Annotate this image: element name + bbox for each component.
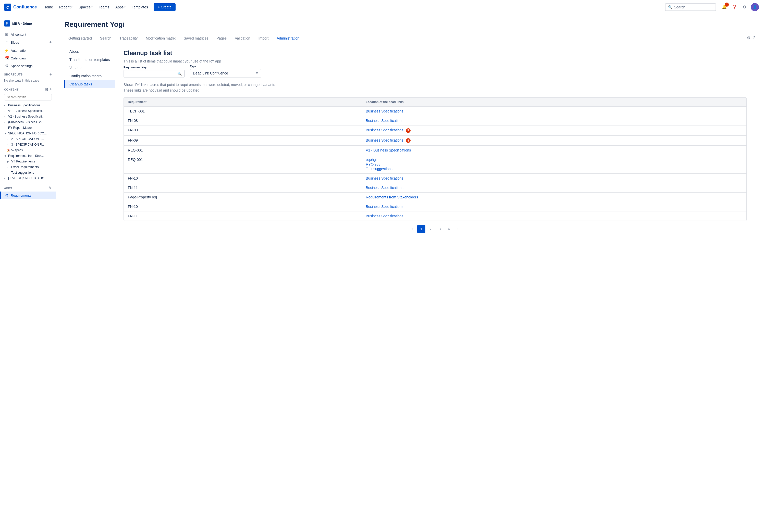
location-link[interactable]: RYC-933 bbox=[366, 162, 742, 166]
nav-icon-group: 🔔 2 ❓ ⚙ 👤 bbox=[720, 3, 759, 11]
tree-spec-for-co[interactable]: ▼ SPECIFICATION FOR CO... bbox=[0, 131, 56, 136]
location-link[interactable]: oqehgir bbox=[366, 158, 742, 162]
tree-spec-3[interactable]: · 3 - SPECIFICATION F... bbox=[0, 142, 56, 147]
tree-test-suggestions[interactable]: · Test suggestions - bbox=[0, 170, 56, 175]
tree-excel-requirements[interactable]: · Excel Requirements bbox=[0, 164, 56, 170]
tree-spec-2[interactable]: · 2 - SPECIFICATION F... bbox=[0, 136, 56, 142]
panel-item-variants[interactable]: Variants bbox=[64, 64, 115, 72]
tree-jr-test-spec[interactable]: · [JR-TEST] SPECIFICATIO... bbox=[0, 175, 56, 181]
logo[interactable]: C Confluence bbox=[4, 4, 37, 11]
sidebar-search-input[interactable] bbox=[4, 94, 52, 101]
shortcuts-add-icon[interactable]: + bbox=[50, 72, 52, 77]
tree-toggle-icon: 🎉 bbox=[7, 149, 10, 152]
tab-getting-started[interactable]: Getting started bbox=[64, 34, 96, 44]
tree-business-specs[interactable]: · Business Specifications bbox=[0, 103, 56, 108]
tree-item-label: Requirements from Stak... bbox=[8, 154, 44, 158]
location-link[interactable]: Business Specifications bbox=[366, 214, 403, 218]
tab-import[interactable]: Import bbox=[255, 34, 273, 44]
location-link[interactable]: Business Specifications bbox=[366, 128, 403, 132]
location-link[interactable]: V1 - Business Specifications bbox=[366, 148, 411, 152]
tree-v1-specs[interactable]: · V1 - Business Specificati... bbox=[0, 108, 56, 114]
location-link[interactable]: Requirements from Stakeholders bbox=[366, 195, 418, 199]
panel-item-about[interactable]: About bbox=[64, 47, 115, 55]
panel-item-configuration-macro[interactable]: Configuration macro bbox=[64, 72, 115, 80]
help-button[interactable]: ❓ bbox=[730, 3, 738, 11]
pagination-page-3[interactable]: 3 bbox=[436, 225, 444, 233]
sidebar-item-blogs[interactable]: ❝ Blogs + bbox=[0, 38, 56, 47]
tree-toggle-icon: ▶ bbox=[7, 160, 10, 163]
tab-traceability[interactable]: Traceability bbox=[115, 34, 142, 44]
nav-teams[interactable]: Teams bbox=[96, 4, 112, 11]
search-bar[interactable]: 🔍 Search bbox=[665, 3, 716, 11]
pagination-page-2[interactable]: 2 bbox=[426, 225, 435, 233]
tree-published-specs[interactable]: · (Published) Business Sp... bbox=[0, 119, 56, 125]
cell-location: oqehgir RYC-933 Test suggestions - bbox=[362, 155, 746, 174]
create-button[interactable]: + Create bbox=[154, 3, 175, 11]
filter-req-key-group: Requirement Key 🔍 bbox=[124, 66, 185, 77]
sidebar-item-all-content[interactable]: ⊞ All content bbox=[0, 31, 56, 38]
tabs-container: Getting started Search Traceability Modi… bbox=[64, 34, 755, 44]
tab-search[interactable]: Search bbox=[96, 34, 115, 44]
sidebar-item-automation[interactable]: ⚡ Automation bbox=[0, 47, 56, 54]
table-row: REQ-001 oqehgir RYC-933 Test suggestions… bbox=[124, 155, 746, 174]
shortcuts-title: SHORTCUTS bbox=[4, 73, 23, 76]
nav-apps[interactable]: Apps ▾ bbox=[113, 4, 128, 11]
filter-type-label: Type bbox=[190, 65, 261, 68]
tree-ry-report[interactable]: · RY Report Macro bbox=[0, 125, 56, 131]
location-link[interactable]: Business Specifications bbox=[366, 119, 403, 123]
tab-modification-matrix[interactable]: Modification matrix bbox=[142, 34, 180, 44]
blogs-add-icon[interactable]: + bbox=[49, 40, 52, 45]
pagination-next[interactable]: › bbox=[454, 225, 462, 233]
sidebar-item-requirements[interactable]: ⚙ Requirements bbox=[0, 192, 56, 199]
table-row: FN-11 Business Specifications bbox=[124, 212, 746, 221]
table-row: REQ-001 V1 - Business Specifications bbox=[124, 146, 746, 155]
tree-toggle-icon: · bbox=[4, 110, 7, 113]
space-icon: M bbox=[4, 20, 10, 27]
pagination-prev[interactable]: ‹ bbox=[408, 225, 416, 233]
tab-validation[interactable]: Validation bbox=[231, 34, 254, 44]
tab-pages[interactable]: Pages bbox=[212, 34, 231, 44]
sidebar-search[interactable] bbox=[4, 94, 52, 101]
location-link[interactable]: Test suggestions - bbox=[366, 167, 742, 171]
filter-req-key-input[interactable] bbox=[127, 72, 176, 76]
tab-administration[interactable]: Administration bbox=[272, 34, 303, 44]
location-link[interactable]: Business Specifications bbox=[366, 109, 403, 113]
nav-recent[interactable]: Recent ▾ bbox=[56, 4, 75, 11]
tree-vt-requirements[interactable]: ▶ VT Requirements bbox=[0, 159, 56, 164]
content-filter-icon[interactable]: ⊟ bbox=[45, 87, 48, 92]
right-panel: Cleanup task list This is a list of item… bbox=[115, 44, 755, 243]
apps-edit-icon[interactable]: ✎ bbox=[49, 186, 52, 191]
notifications-button[interactable]: 🔔 2 bbox=[720, 3, 728, 11]
settings-tab-icon[interactable]: ⚙ bbox=[747, 36, 750, 40]
content-add-icon[interactable]: + bbox=[50, 87, 52, 92]
filter-search-icon: 🔍 bbox=[177, 72, 182, 76]
user-avatar[interactable]: 👤 bbox=[751, 3, 759, 11]
tree-spec-5[interactable]: 🎉 5- specs bbox=[0, 147, 56, 153]
panel-item-transformation-templates[interactable]: Transformation templates bbox=[64, 55, 115, 64]
sidebar-item-space-settings[interactable]: ⚙ Space settings bbox=[0, 62, 56, 70]
pagination-page-1[interactable]: 1 bbox=[417, 225, 425, 233]
pagination: ‹ 1 2 3 4 › bbox=[124, 221, 747, 237]
tree-item-label: V1 - Business Specificati... bbox=[8, 109, 45, 113]
tab-saved-matrices[interactable]: Saved matrices bbox=[180, 34, 212, 44]
location-link[interactable]: Business Specifications bbox=[366, 186, 403, 190]
location-link[interactable]: Business Specifications bbox=[366, 138, 403, 142]
sidebar: M MBR - Démo ⊞ All content ❝ Blogs + ⚡ A… bbox=[0, 14, 56, 532]
panel-item-cleanup-tasks[interactable]: Cleanup tasks bbox=[64, 80, 115, 88]
sidebar-item-calendars[interactable]: 📅 Calendars bbox=[0, 54, 56, 62]
location-link[interactable]: Business Specifications bbox=[366, 205, 403, 209]
tree-requirements-from-stak[interactable]: ▼ Requirements from Stak... bbox=[0, 153, 56, 159]
filter-type-select[interactable]: Dead Link Confluence Other bbox=[190, 69, 261, 77]
table-row: Page-Property req Requirements from Stak… bbox=[124, 193, 746, 202]
nav-templates[interactable]: Templates bbox=[129, 4, 151, 11]
settings-button[interactable]: ⚙ bbox=[740, 3, 749, 11]
nav-spaces[interactable]: Spaces ▾ bbox=[76, 4, 95, 11]
col-header-requirement: Requirement bbox=[124, 98, 362, 107]
pagination-page-4[interactable]: 4 bbox=[445, 225, 453, 233]
tree-v2-specs[interactable]: · V2 - Business Specificati... bbox=[0, 114, 56, 119]
dead-links-table: Requirement Location of the dead links T… bbox=[124, 97, 747, 221]
content-section: CONTENT ⊟ + bbox=[0, 84, 56, 93]
help-tab-icon[interactable]: ? bbox=[753, 36, 755, 40]
nav-home[interactable]: Home bbox=[41, 4, 55, 11]
location-link[interactable]: Business Specifications bbox=[366, 176, 403, 180]
